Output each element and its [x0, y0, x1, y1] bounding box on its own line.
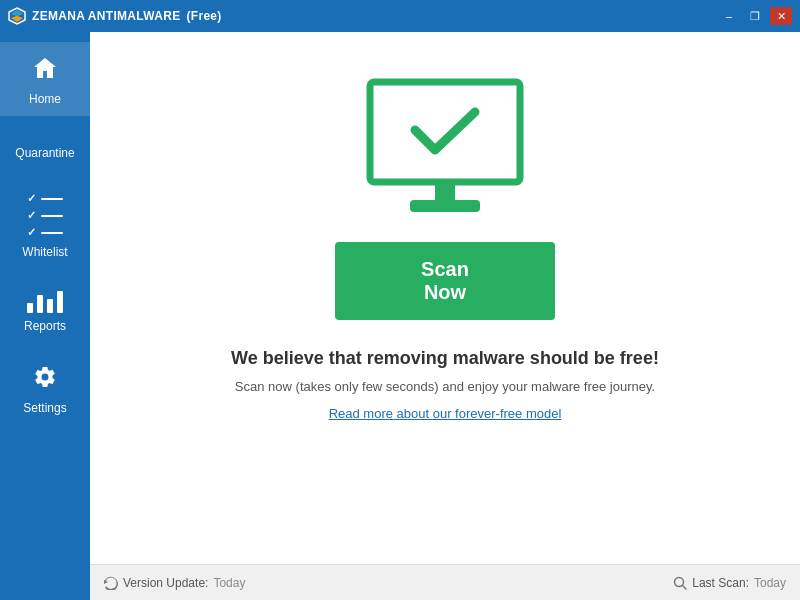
svg-rect-5 — [370, 82, 520, 182]
title-bar-left: ZEMANA ANTIMALWARE (Free) — [8, 7, 222, 25]
forever-free-link[interactable]: Read more about our forever-free model — [329, 406, 562, 421]
title-bar: ZEMANA ANTIMALWARE (Free) – ❐ ✕ — [0, 0, 800, 32]
settings-icon — [33, 365, 57, 395]
sidebar-item-reports[interactable]: Reports — [0, 277, 90, 343]
close-button[interactable]: ✕ — [770, 7, 792, 25]
svg-line-10 — [683, 585, 687, 589]
whitelist-icon: ✓ ✓ ✓ — [27, 192, 63, 239]
version-update-label: Version Update: — [123, 576, 208, 590]
scan-now-button[interactable]: Scan Now — [335, 242, 555, 320]
title-bar-controls: – ❐ ✕ — [718, 7, 792, 25]
svg-rect-7 — [410, 200, 480, 212]
quarantine-label: Quarantine — [15, 146, 74, 160]
status-bar: Version Update: Today Last Scan: Today — [90, 564, 800, 600]
content-area: Scan Now We believe that removing malwar… — [90, 32, 800, 600]
sidebar-item-home[interactable]: Home — [0, 42, 90, 116]
minimize-button[interactable]: – — [718, 7, 740, 25]
last-scan-label: Last Scan: — [692, 576, 749, 590]
home-label: Home — [29, 92, 61, 106]
svg-rect-6 — [435, 182, 455, 200]
sidebar-item-settings[interactable]: Settings — [0, 351, 90, 425]
reports-label: Reports — [24, 319, 66, 333]
main-headline: We believe that removing malware should … — [231, 348, 659, 369]
app-logo-icon — [8, 7, 26, 25]
app-edition: (Free) — [187, 9, 222, 23]
version-update-item: Version Update: Today — [104, 576, 245, 590]
home-icon — [32, 56, 58, 86]
refresh-icon — [104, 576, 118, 590]
monitor-illustration — [355, 72, 535, 222]
sidebar-item-quarantine[interactable]: Quarantine — [0, 132, 90, 170]
sidebar-item-whitelist[interactable]: ✓ ✓ ✓ Whitelist — [0, 178, 90, 269]
monitor-svg — [355, 72, 535, 222]
last-scan-value: Today — [754, 576, 786, 590]
main-subtext: Scan now (takes only few seconds) and en… — [235, 379, 655, 394]
version-update-value: Today — [213, 576, 245, 590]
settings-label: Settings — [23, 401, 66, 415]
whitelist-label: Whitelist — [22, 245, 67, 259]
main-layout: Home Quarantine ✓ ✓ ✓ Whi — [0, 32, 800, 600]
app-title: ZEMANA ANTIMALWARE — [32, 9, 181, 23]
reports-icon — [27, 291, 63, 313]
sidebar: Home Quarantine ✓ ✓ ✓ Whi — [0, 32, 90, 600]
last-scan-item: Last Scan: Today — [673, 576, 786, 590]
search-icon — [673, 576, 687, 590]
maximize-button[interactable]: ❐ — [744, 7, 766, 25]
